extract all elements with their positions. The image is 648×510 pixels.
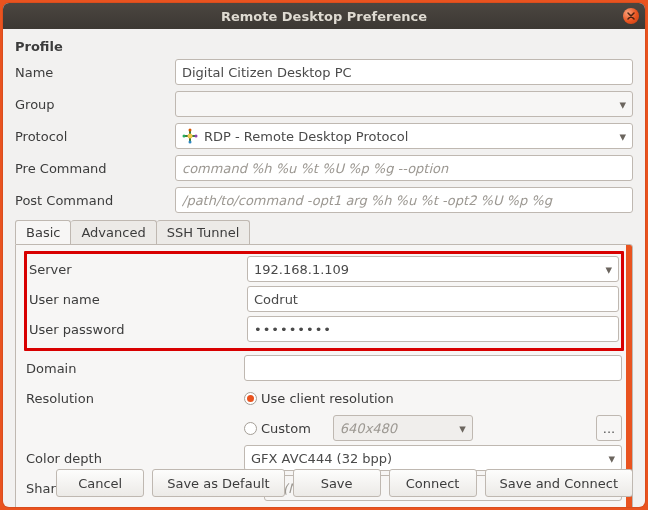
save-connect-button[interactable]: Save and Connect (485, 469, 633, 497)
profile-heading: Profile (15, 39, 633, 54)
svg-point-6 (195, 135, 198, 138)
svg-point-2 (188, 134, 193, 139)
tab-ssh-tunnel[interactable]: SSH Tunnel (157, 220, 251, 244)
save-default-button[interactable]: Save as Default (152, 469, 284, 497)
username-label: User name (29, 292, 247, 307)
post-command-input[interactable] (175, 187, 633, 213)
protocol-value: RDP - Remote Desktop Protocol (204, 129, 408, 144)
group-label: Group (15, 97, 175, 112)
name-label: Name (15, 65, 175, 80)
tab-basic[interactable]: Basic (15, 220, 71, 244)
save-button[interactable]: Save (293, 469, 381, 497)
cancel-button[interactable]: Cancel (56, 469, 144, 497)
rdp-icon (182, 128, 198, 144)
resolution-label: Resolution (26, 391, 244, 406)
color-depth-combo[interactable]: GFX AVC444 (32 bpp) ▾ (244, 445, 622, 471)
svg-point-3 (189, 129, 192, 132)
protocol-select[interactable]: RDP - Remote Desktop Protocol ▾ (175, 123, 633, 149)
server-label: Server (29, 262, 247, 277)
connect-button[interactable]: Connect (389, 469, 477, 497)
svg-point-4 (189, 141, 192, 144)
chevron-down-icon: ▾ (619, 97, 626, 112)
group-combo[interactable]: ▾ (175, 91, 633, 117)
tab-panel-basic: Server 192.168.1.109 ▾ User name User pa… (15, 244, 633, 507)
radio-icon (244, 392, 257, 405)
username-input[interactable] (247, 286, 619, 312)
chevron-down-icon: ▾ (608, 451, 615, 466)
domain-label: Domain (26, 361, 244, 376)
name-input[interactable] (175, 59, 633, 85)
tab-advanced[interactable]: Advanced (71, 220, 156, 244)
resolution-more-button[interactable]: ... (596, 415, 622, 441)
window-title: Remote Desktop Preference (221, 9, 427, 24)
resolution-custom-radio[interactable]: Custom (244, 421, 311, 436)
chevron-down-icon: ▾ (605, 262, 612, 277)
highlight-box: Server 192.168.1.109 ▾ User name User pa… (24, 251, 624, 351)
server-value: 192.168.1.109 (254, 262, 349, 277)
protocol-label: Protocol (15, 129, 175, 144)
tabs: Basic Advanced SSH Tunnel (15, 220, 633, 244)
resolution-size-combo[interactable]: 640x480 ▾ (333, 415, 473, 441)
resolution-size-value: 640x480 (340, 421, 397, 436)
dialog-buttons: Cancel Save as Default Save Connect Save… (15, 469, 633, 497)
titlebar: Remote Desktop Preference (3, 3, 645, 29)
radio-icon (244, 422, 257, 435)
resolution-client-radio[interactable]: Use client resolution (244, 391, 394, 406)
color-depth-value: GFX AVC444 (32 bpp) (251, 451, 392, 466)
scrollbar[interactable] (626, 245, 632, 507)
post-command-label: Post Command (15, 193, 175, 208)
resolution-custom-label: Custom (261, 421, 311, 436)
close-icon[interactable] (623, 8, 639, 24)
chevron-down-icon: ▾ (619, 129, 626, 144)
password-input[interactable] (247, 316, 619, 342)
color-depth-label: Color depth (26, 451, 244, 466)
pre-command-label: Pre Command (15, 161, 175, 176)
domain-input[interactable] (244, 355, 622, 381)
pre-command-input[interactable] (175, 155, 633, 181)
resolution-client-label: Use client resolution (261, 391, 394, 406)
password-label: User password (29, 322, 247, 337)
svg-point-5 (183, 135, 186, 138)
chevron-down-icon: ▾ (459, 421, 466, 436)
server-combo[interactable]: 192.168.1.109 ▾ (247, 256, 619, 282)
